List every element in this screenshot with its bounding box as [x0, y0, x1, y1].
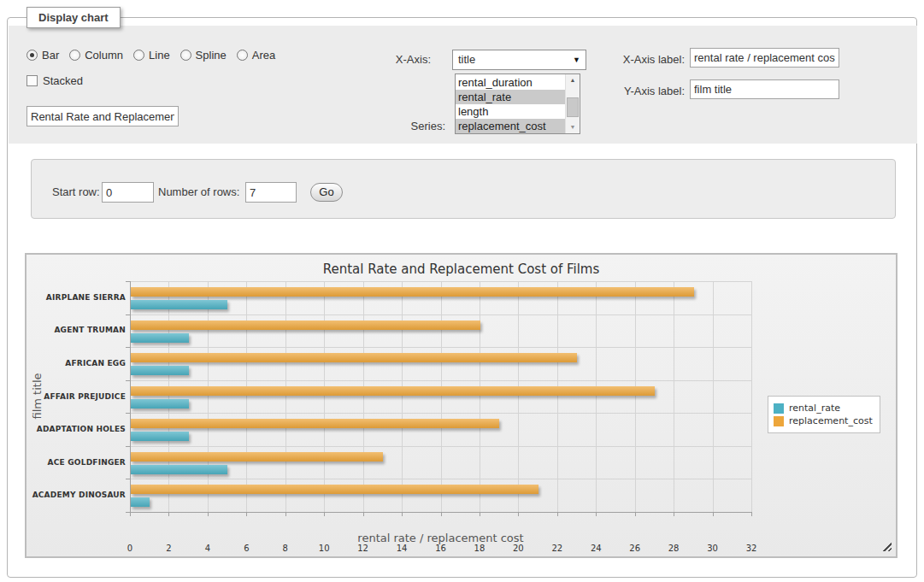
legend-item-replacement_cost[interactable]: replacement_cost [774, 415, 873, 426]
x-tick-label: 24 [583, 544, 609, 553]
bar-replacement_cost-agent-truman[interactable] [131, 320, 480, 330]
stacked-option[interactable]: Stacked [26, 74, 83, 87]
bar-rental_rate-ace-goldfinger[interactable] [131, 465, 227, 474]
series-listbox[interactable]: rental_durationrental_ratelengthreplacem… [455, 73, 580, 134]
x-tick-label: 30 [700, 544, 726, 553]
radio-icon[interactable] [69, 50, 80, 61]
legend-label: replacement_cost [789, 415, 873, 426]
row-range-panel: Start row: Number of rows: Go [31, 159, 896, 219]
listbox-scrollbar[interactable]: ▲ ▼ [565, 74, 580, 133]
chart-type-radio-group: BarColumnLineSplineArea [26, 49, 285, 62]
bar-replacement_cost-adaptation-holes[interactable] [131, 419, 499, 428]
legend-swatch [774, 416, 784, 426]
dropdown-arrow-icon: ▼ [573, 50, 580, 70]
x-axis-select[interactable]: title ▼ [452, 50, 586, 70]
scrollbar-thumb[interactable] [567, 97, 579, 117]
chart-type-bar[interactable]: Bar [26, 49, 59, 62]
start-row-input[interactable] [102, 182, 154, 203]
num-rows-label: Number of rows: [158, 182, 239, 203]
chart-type-label: Area [252, 49, 275, 62]
radio-icon[interactable] [237, 50, 248, 61]
radio-icon[interactable] [133, 50, 144, 61]
chart-legend: rental_ratereplacement_cost [768, 396, 880, 433]
x-axis-select-value: title [458, 53, 475, 66]
x-tick-label: 22 [544, 544, 570, 553]
radio-icon[interactable] [26, 50, 38, 61]
category-label: ACADEMY DINOSAUR [20, 491, 126, 499]
series-option-rental_rate[interactable]: rental_rate [456, 90, 565, 104]
bar-rental_rate-academy-dinosaur[interactable] [131, 497, 150, 507]
y-axis-label-field-label: Y-Axis label: [616, 85, 685, 97]
bar-rental_rate-affair-prejudice[interactable] [131, 399, 189, 409]
bar-rental_rate-adaptation-holes[interactable] [131, 432, 189, 441]
gridline-vertical [246, 281, 247, 512]
gridline-vertical [751, 281, 752, 512]
x-tick-label: 20 [505, 544, 531, 553]
chart-type-label: Spline [196, 49, 227, 62]
num-rows-input[interactable] [245, 182, 297, 203]
series-option-length[interactable]: length [456, 104, 565, 119]
plot-area: 02468101214161820222426283032AIRPLANE SI… [130, 281, 751, 512]
series-option-replacement_cost[interactable]: replacement_cost [456, 119, 565, 133]
scroll-up-icon[interactable]: ▲ [566, 74, 580, 86]
x-tick-label: 32 [739, 544, 764, 553]
legend-item-rental_rate[interactable]: rental_rate [774, 403, 873, 414]
chart-type-area[interactable]: Area [237, 49, 275, 62]
x-axis-line [130, 512, 752, 513]
chart-title-input[interactable] [26, 106, 179, 126]
stacked-checkbox[interactable] [26, 75, 38, 86]
series-options: rental_durationrental_ratelengthreplacem… [456, 75, 565, 133]
fieldset-legend: Display chart [26, 7, 121, 28]
gridline-vertical [557, 281, 558, 512]
legend-label: rental_rate [789, 403, 840, 414]
x-tick-label: 4 [195, 544, 221, 553]
radio-icon[interactable] [180, 50, 191, 61]
bar-replacement_cost-airplane-sierra[interactable] [131, 287, 694, 297]
gridline-vertical [208, 281, 209, 512]
y-axis-title: film title [31, 337, 44, 456]
y-axis-label-input[interactable] [690, 79, 839, 99]
bar-rental_rate-airplane-sierra[interactable] [131, 300, 227, 309]
chart-type-line[interactable]: Line [133, 49, 170, 62]
bar-replacement_cost-academy-dinosaur[interactable] [131, 485, 539, 494]
y-axis-line [130, 281, 131, 513]
chart-container: Rental Rate and Replacement Cost of Film… [25, 253, 898, 558]
bar-replacement_cost-african-egg[interactable] [131, 353, 577, 362]
bar-replacement_cost-ace-goldfinger[interactable] [131, 452, 383, 461]
chart-type-label: Line [149, 49, 170, 62]
resize-handle-icon[interactable] [882, 542, 892, 551]
gridline-vertical [480, 281, 480, 512]
go-button[interactable]: Go [310, 183, 343, 202]
x-tick-label: 6 [233, 544, 259, 553]
category-label: AGENT TRUMAN [20, 326, 126, 334]
x-tick-label: 26 [622, 544, 648, 553]
gridline-vertical [324, 281, 325, 512]
page: Display chart BarColumnLineSplineArea St… [0, 0, 924, 582]
x-axis-select-label: X-Axis: [389, 53, 431, 66]
legend-swatch [774, 403, 784, 414]
bar-rental_rate-african-egg[interactable] [131, 366, 189, 375]
display-chart-fieldset: Display chart BarColumnLineSplineArea St… [7, 17, 917, 578]
x-tick-label: 8 [273, 544, 298, 553]
scroll-down-icon[interactable]: ▼ [566, 121, 580, 133]
x-axis-label-input[interactable] [690, 48, 839, 68]
gridline-vertical [168, 281, 169, 512]
chart-type-spline[interactable]: Spline [180, 49, 227, 62]
start-row-label: Start row: [52, 182, 100, 203]
chart-title: Rental Rate and Replacement Cost of Film… [26, 262, 896, 277]
gridline-vertical [402, 281, 403, 512]
bar-replacement_cost-affair-prejudice[interactable] [131, 386, 655, 396]
x-axis-label-field-label: X-Axis label: [616, 53, 685, 66]
x-tick-label: 12 [350, 544, 376, 553]
category-label: AIRPLANE SIERRA [20, 293, 126, 302]
gridline-vertical [635, 281, 636, 512]
bar-rental_rate-agent-truman[interactable] [131, 333, 189, 343]
category-label: ACE GOLDFINGER [20, 458, 126, 467]
chart-type-column[interactable]: Column [69, 49, 123, 62]
controls-section: BarColumnLineSplineArea Stacked X-Axis: … [9, 26, 917, 144]
gridline-vertical [596, 281, 597, 512]
chart-type-label: Column [85, 49, 123, 62]
gridline-vertical [441, 281, 442, 512]
series-option-rental_duration[interactable]: rental_duration [456, 75, 565, 90]
chart-type-label: Bar [42, 49, 59, 62]
